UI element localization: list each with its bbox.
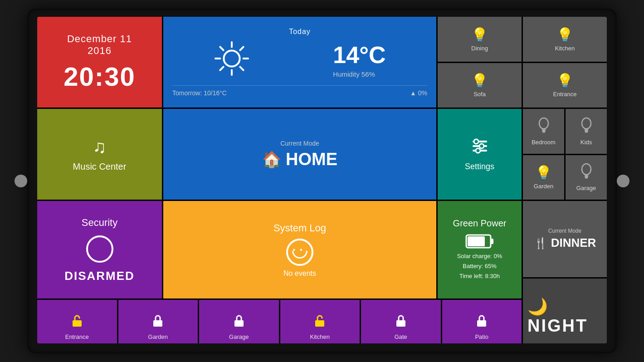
mode-home-tile[interactable]: Current Mode 🏠 HOME <box>163 109 436 200</box>
lock-patio[interactable]: Patio <box>442 300 522 343</box>
mode-dinner-label: Current Mode <box>548 228 581 234</box>
syslog-tile[interactable]: System Log No events <box>163 201 436 298</box>
mode-night-value: NIGHT <box>527 316 588 335</box>
light-sofa[interactable]: 💡 Sofa <box>438 63 522 108</box>
settings-tile[interactable]: Settings <box>438 109 522 200</box>
bulb-icon-entrance: 💡 <box>556 73 573 88</box>
weather-today-label: Today <box>172 28 427 36</box>
light-label-bedroom: Bedroom <box>532 139 556 146</box>
greenpower-tile[interactable]: Green Power Solar charge: 0% Battery: 65… <box>438 201 522 298</box>
svg-rect-32 <box>477 320 486 327</box>
locks-row: Entrance Garden Garage <box>37 300 522 343</box>
security-title: Security <box>82 217 117 229</box>
datetime-tile[interactable]: December 11 2016 20:30 <box>37 17 162 108</box>
svg-point-18 <box>582 118 591 129</box>
lock-label-kitchen: Kitchen <box>310 333 330 340</box>
mode-night-tile[interactable]: 🌙 NIGHT <box>523 279 607 344</box>
greenpower-solar: Solar charge: 0% <box>457 251 503 261</box>
security-tile[interactable]: Security DISARMED <box>37 201 162 298</box>
syslog-title: System Log <box>273 222 326 234</box>
lock-label-entrance: Entrance <box>65 333 89 340</box>
security-status: DISARMED <box>64 269 135 283</box>
device-frame: December 11 2016 20:30 Today <box>27 9 617 353</box>
light-label-kitchen: Kitchen <box>555 45 575 52</box>
svg-line-5 <box>220 47 224 50</box>
weather-tile[interactable]: Today 14°C <box>163 17 436 108</box>
lights-grid-mid: Bedroom Kids 💡 Garden <box>523 109 607 200</box>
svg-rect-31 <box>396 320 405 327</box>
weather-rain: ▲ 0% <box>410 89 427 97</box>
svg-rect-16 <box>542 130 546 132</box>
light-label-garden: Garden <box>534 183 553 190</box>
smiley-icon <box>286 239 313 266</box>
lock-garden[interactable]: Garden <box>118 300 198 343</box>
lock-open-icon-entrance <box>71 314 83 331</box>
bulb-icon-garden: 💡 <box>535 165 552 181</box>
music-center-tile[interactable]: ♫ Music Center <box>37 109 162 200</box>
right-bottom-col: Current Mode 🍴 DINNER 🌙 NIGHT <box>523 201 607 343</box>
svg-point-21 <box>582 164 591 175</box>
fork-knife-icon: 🍴 <box>534 237 547 249</box>
greenpower-timeleft: Time left: 8:30h <box>457 271 503 281</box>
lock-label-patio: Patio <box>475 333 488 340</box>
light-dining[interactable]: 💡 Dining <box>438 17 522 62</box>
greenpower-battery: Battery: 65% <box>457 261 503 271</box>
svg-rect-22 <box>585 176 588 177</box>
lock-label-garage: Garage <box>229 333 249 340</box>
security-circle-icon <box>86 235 113 263</box>
light-label-garage: Garage <box>576 185 596 191</box>
light-garden[interactable]: 💡 Garden <box>523 155 564 200</box>
battery-icon <box>465 233 494 251</box>
light-label-kids: Kids <box>581 139 592 146</box>
lock-label-garden: Garden <box>148 333 168 340</box>
svg-rect-20 <box>585 132 588 133</box>
mode-home-label: Current Mode <box>280 140 319 147</box>
sliders-icon <box>471 137 489 159</box>
lock-closed-icon-gate <box>395 314 407 331</box>
svg-point-15 <box>539 118 548 129</box>
svg-point-12 <box>474 139 478 144</box>
lock-kitchen[interactable]: Kitchen <box>280 300 360 343</box>
lock-entrance[interactable]: Entrance <box>37 300 117 343</box>
lock-closed-icon-patio <box>476 314 488 331</box>
lock-closed-icon-garden <box>152 314 164 331</box>
settings-label: Settings <box>465 162 494 171</box>
greenpower-title: Green Power <box>453 218 507 229</box>
light-label-dining: Dining <box>471 45 488 52</box>
weather-humidity: Humidity 56% <box>333 70 385 78</box>
lock-label-gate: Gate <box>395 333 407 340</box>
svg-rect-27 <box>73 320 82 327</box>
light-kitchen[interactable]: 💡 Kitchen <box>523 17 607 62</box>
syslog-status: No events <box>283 269 316 278</box>
time-display: 20:30 <box>63 61 135 92</box>
music-note-icon: ♫ <box>93 137 107 157</box>
bulb-icon-garage <box>580 163 593 182</box>
sun-icon <box>214 40 250 77</box>
bulb-icon-dining: 💡 <box>471 27 488 43</box>
moon-icon: 🌙 <box>527 297 548 316</box>
svg-point-13 <box>479 144 484 148</box>
bulb-icon-sofa: 💡 <box>471 73 488 88</box>
svg-line-8 <box>220 67 224 70</box>
date-year: 2016 <box>88 45 112 57</box>
mode-dinner-tile[interactable]: Current Mode 🍴 DINNER <box>523 201 607 277</box>
mode-home-value: HOME <box>286 150 337 169</box>
light-label-entrance: Entrance <box>553 91 576 98</box>
weather-tomorrow-label: Tomorrow: 10/16°C <box>172 89 227 97</box>
light-kids[interactable]: Kids <box>566 109 607 154</box>
light-garage[interactable]: Garage <box>566 155 607 200</box>
lock-gate[interactable]: Gate <box>361 300 441 343</box>
svg-rect-19 <box>585 130 588 132</box>
lock-closed-icon-garage <box>233 314 245 331</box>
svg-rect-26 <box>468 236 485 246</box>
bulb-icon-kids <box>580 117 593 137</box>
lock-garage[interactable]: Garage <box>199 300 279 343</box>
date-line1: December 11 <box>67 33 132 45</box>
screen: December 11 2016 20:30 Today <box>37 17 607 343</box>
svg-point-0 <box>224 50 240 66</box>
light-entrance[interactable]: 💡 Entrance <box>523 63 607 108</box>
svg-rect-29 <box>234 320 244 327</box>
light-bedroom[interactable]: Bedroom <box>523 109 564 154</box>
svg-rect-23 <box>585 177 588 179</box>
weather-temp: 14°C <box>333 41 385 68</box>
